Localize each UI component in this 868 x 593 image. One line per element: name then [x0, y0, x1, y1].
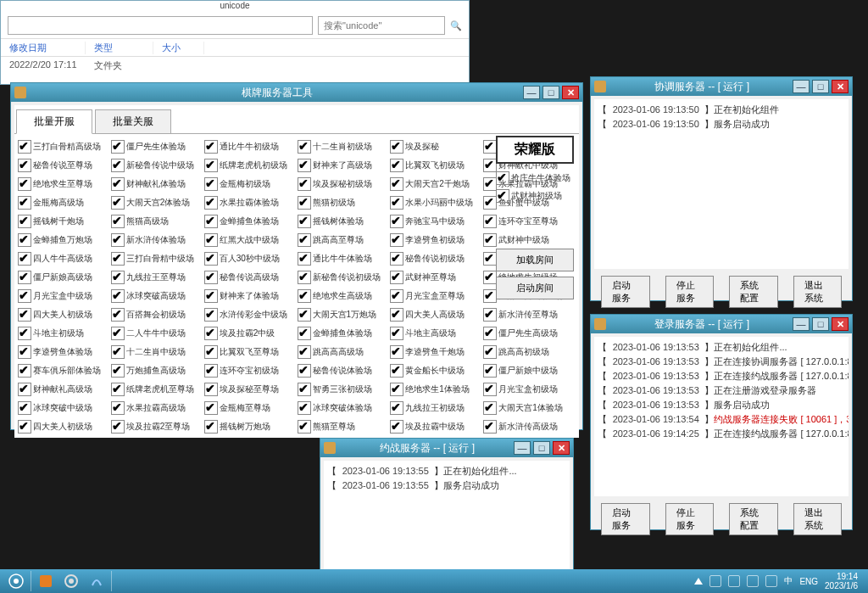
- room-cell[interactable]: 武财神至尊场: [390, 268, 482, 286]
- titlebar[interactable]: 登录服务器 -- [ 运行 ] —□✕: [591, 315, 852, 333]
- checkbox-icon[interactable]: [483, 177, 497, 191]
- tray-icon[interactable]: [709, 575, 721, 587]
- checkbox-icon[interactable]: [18, 308, 31, 322]
- checkbox-icon[interactable]: [204, 177, 218, 191]
- checkbox-icon[interactable]: [483, 383, 497, 396]
- checkbox-icon[interactable]: [390, 233, 403, 247]
- room-cell[interactable]: 摇钱树千炮场: [18, 212, 110, 230]
- room-cell[interactable]: 秘鲁传说初级场: [390, 249, 482, 267]
- room-cell[interactable]: 摇钱树体验场: [298, 212, 390, 230]
- checkbox-icon[interactable]: [390, 140, 403, 154]
- room-cell[interactable]: 李逵劈鱼体验场: [18, 343, 110, 361]
- start-button[interactable]: [3, 572, 29, 590]
- maximize-button[interactable]: □: [542, 86, 559, 99]
- checkbox-icon[interactable]: [298, 401, 311, 415]
- room-cell[interactable]: 大闹天宫2千炮场: [390, 175, 482, 193]
- room-cell[interactable]: 金瓶梅至尊场: [204, 399, 297, 417]
- stop-service-button[interactable]: 停止服务: [665, 276, 715, 308]
- checkbox-icon[interactable]: [298, 420, 311, 434]
- room-cell[interactable]: 跳高高初级场: [483, 343, 576, 361]
- room-cell[interactable]: 金蝉捕鱼体验场: [298, 324, 390, 342]
- room-cell[interactable]: 秘鲁传说高级场: [204, 268, 297, 286]
- checkbox-icon[interactable]: [390, 345, 403, 359]
- config-button[interactable]: 系统配置: [729, 503, 778, 535]
- checkbox-icon[interactable]: [298, 308, 311, 322]
- address-bar[interactable]: [8, 16, 313, 35]
- checkbox-icon[interactable]: [483, 420, 497, 434]
- checkbox-icon[interactable]: [18, 196, 31, 210]
- room-cell[interactable]: 新水浒传高级场: [483, 417, 576, 435]
- checkbox-icon[interactable]: [18, 364, 31, 378]
- room-cell[interactable]: 冰球突破中级场: [18, 399, 110, 417]
- checkbox-icon[interactable]: [111, 196, 125, 210]
- checkbox-icon[interactable]: [298, 159, 311, 172]
- tray-icon[interactable]: [747, 575, 759, 587]
- room-cell[interactable]: 九线拉王至尊场: [111, 268, 203, 286]
- checkbox-icon[interactable]: [111, 271, 125, 284]
- clock[interactable]: 19:14 2023/1/6: [825, 572, 858, 590]
- checkbox-icon[interactable]: [483, 401, 497, 415]
- log-view[interactable]: 【 2023-01-06 19:13:50 】正在初始化组件【 2023-01-…: [594, 99, 849, 269]
- exit-button[interactable]: 退出系统: [793, 276, 843, 308]
- checkbox-icon[interactable]: [204, 140, 218, 154]
- checkbox-icon[interactable]: [18, 271, 31, 284]
- checkbox-icon[interactable]: [483, 345, 497, 359]
- room-cell[interactable]: 万炮捕鱼高级场: [111, 361, 203, 379]
- taskbar-app-1[interactable]: [33, 572, 58, 590]
- room-cell[interactable]: 月光宝盒初级场: [483, 380, 576, 398]
- titlebar[interactable]: 约战服务器 -- [ 运行 ] —□✕: [320, 439, 573, 457]
- checkbox-icon[interactable]: [390, 327, 403, 340]
- checkbox-icon[interactable]: [204, 401, 218, 415]
- minimize-button[interactable]: —: [793, 80, 810, 93]
- checkbox-icon[interactable]: [204, 289, 218, 303]
- room-cell[interactable]: 水果小玛丽中级场: [390, 193, 482, 211]
- room-cell[interactable]: 连环夺宝初级场: [204, 361, 297, 379]
- room-cell[interactable]: 新秘鲁传说初级场: [298, 268, 390, 286]
- room-cell[interactable]: 僵尸先生体验场: [111, 137, 203, 155]
- minimize-button[interactable]: —: [793, 317, 810, 331]
- room-cell[interactable]: 金瓶梅高级场: [18, 193, 110, 211]
- checkbox-icon[interactable]: [298, 177, 311, 191]
- checkbox-icon[interactable]: [496, 171, 509, 185]
- checkbox-icon[interactable]: [298, 140, 311, 154]
- checkbox-icon[interactable]: [18, 140, 31, 154]
- col-size[interactable]: 大小: [153, 42, 204, 54]
- room-cell[interactable]: 新水浒传体验场: [111, 231, 203, 249]
- room-cell[interactable]: 金瓶梅初级场: [204, 175, 297, 193]
- checkbox-icon[interactable]: [204, 327, 218, 340]
- checkbox-icon[interactable]: [298, 233, 311, 247]
- checkbox-icon[interactable]: [204, 233, 218, 247]
- checkbox-icon[interactable]: [18, 327, 31, 340]
- lang-indicator[interactable]: ENG: [799, 577, 818, 586]
- titlebar[interactable]: 协调服务器 -- [ 运行 ] —□✕: [591, 77, 852, 96]
- close-button[interactable]: ✕: [562, 86, 579, 99]
- room-cell[interactable]: 财神来了体验场: [204, 287, 297, 305]
- system-tray[interactable]: 中 ENG 19:14 2023/1/6: [694, 572, 865, 590]
- room-cell[interactable]: 水浒传彩金中级场: [204, 305, 297, 323]
- minimize-button[interactable]: —: [523, 86, 540, 99]
- checkbox-icon[interactable]: [111, 215, 125, 228]
- close-button[interactable]: ✕: [832, 80, 849, 93]
- room-cell[interactable]: 九线拉王初级场: [390, 399, 482, 417]
- checkbox-icon[interactable]: [298, 271, 311, 284]
- close-button[interactable]: ✕: [553, 441, 570, 455]
- checkbox-icon[interactable]: [18, 383, 31, 396]
- checkbox-icon[interactable]: [298, 383, 311, 396]
- checkbox-icon[interactable]: [18, 401, 31, 415]
- file-row[interactable]: 2022/2/20 17:11 文件夹: [1, 57, 469, 75]
- checkbox-icon[interactable]: [483, 159, 497, 172]
- room-cell[interactable]: 月光宝盒至尊场: [390, 287, 482, 305]
- checkbox-icon[interactable]: [111, 401, 125, 415]
- checkbox-icon[interactable]: [298, 196, 311, 210]
- room-cell[interactable]: 纸牌老虎机至尊场: [111, 380, 203, 398]
- room-cell[interactable]: 熊猫至尊场: [298, 417, 390, 435]
- room-cell[interactable]: 水果拉霸高级场: [111, 399, 203, 417]
- tray-icon[interactable]: [728, 575, 740, 587]
- search-input[interactable]: [318, 16, 445, 35]
- checkbox-icon[interactable]: [204, 196, 218, 210]
- checkbox-icon[interactable]: [390, 308, 403, 322]
- checkbox-icon[interactable]: [390, 196, 403, 210]
- checkbox-icon[interactable]: [298, 345, 311, 359]
- room-cell[interactable]: 埃及探秘: [390, 137, 482, 155]
- checkbox-icon[interactable]: [483, 140, 497, 154]
